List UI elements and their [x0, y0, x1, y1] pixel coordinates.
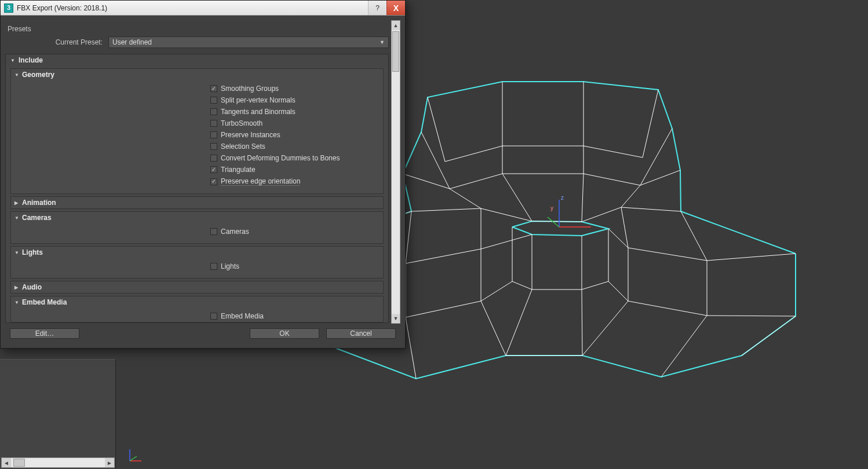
vertical-scrollbar[interactable]: ▲ ▼ — [391, 20, 400, 324]
subsection-geometry: ▼ Geometry Smoothing GroupsSplit per-ver… — [10, 68, 384, 194]
svg-line-5 — [640, 129, 672, 185]
disclosure-down-icon: ▼ — [14, 300, 19, 305]
geometry-checkbox[interactable] — [210, 97, 217, 104]
disclosure-down-icon: ▼ — [14, 72, 19, 78]
close-button[interactable]: X — [386, 1, 405, 15]
geometry-option-label: TurboSmooth — [221, 119, 262, 127]
subsection-animation-header[interactable]: ▶ Animation — [11, 197, 383, 208]
titlebar[interactable]: 3 FBX Export (Version: 2018.1) ? X — [1, 1, 405, 16]
scroll-thumb[interactable] — [392, 31, 399, 72]
svg-line-9 — [582, 174, 583, 222]
geometry-checkbox[interactable] — [210, 108, 217, 115]
subsection-cameras: ▼ Cameras Cameras — [10, 211, 384, 244]
geometry-option-row: Split per-vertex Normals — [13, 94, 381, 106]
svg-line-15 — [681, 211, 707, 261]
geometry-checkbox[interactable] — [210, 131, 217, 138]
subsection-lights-header[interactable]: ▼ Lights — [11, 247, 383, 258]
current-preset-dropdown[interactable]: User defined ▼ — [108, 36, 389, 48]
ok-button[interactable]: OK — [250, 328, 319, 339]
scroll-thumb[interactable] — [13, 459, 25, 467]
disclosure-down-icon: ▼ — [14, 215, 19, 221]
disclosure-right-icon: ▶ — [14, 200, 19, 206]
svg-text:y: y — [550, 205, 553, 211]
geometry-checkbox[interactable] — [210, 85, 217, 92]
disclosure-down-icon: ▼ — [10, 58, 15, 63]
window-title: FBX Export (Version: 2018.1) — [17, 4, 368, 12]
subsection-lights: ▼ Lights Lights — [10, 246, 384, 279]
disclosure-right-icon: ▶ — [14, 285, 19, 290]
geometry-option-row: Triangulate — [13, 164, 381, 175]
subsection-geometry-header[interactable]: ▼ Geometry — [11, 69, 383, 80]
geometry-option-label: Triangulate — [221, 166, 256, 174]
geometry-option-label: Selection Sets — [221, 142, 265, 151]
geometry-option-label: Convert Deforming Dummies to Bones — [221, 154, 340, 162]
svg-line-11 — [621, 185, 640, 207]
current-preset-value: User defined — [112, 38, 152, 46]
subsection-animation: ▶ Animation — [10, 196, 384, 209]
geometry-option-label: Preserve Instances — [221, 131, 280, 139]
scroll-up-arrow-icon[interactable]: ▲ — [392, 21, 400, 30]
geometry-option-row: Convert Deforming Dummies to Bones — [13, 152, 381, 164]
lights-label: Lights — [221, 262, 239, 270]
scroll-track[interactable] — [392, 30, 400, 314]
svg-line-8 — [502, 174, 532, 221]
timeline-panel: ◄ ► — [0, 359, 116, 469]
scroll-left-arrow-icon[interactable]: ◄ — [2, 458, 11, 467]
subsection-audio-header[interactable]: ▶ Audio — [11, 281, 383, 293]
scroll-right-arrow-icon[interactable]: ► — [105, 458, 114, 467]
geometry-option-label: Smoothing Groups — [221, 85, 279, 93]
horizontal-scrollbar[interactable]: ◄ ► — [1, 457, 115, 468]
current-preset-label: Current Preset: — [5, 38, 108, 46]
axis-gizmo-icon — [127, 446, 145, 463]
geometry-checkbox[interactable] — [210, 120, 217, 127]
embed-media-checkbox[interactable] — [210, 313, 217, 320]
svg-line-12 — [406, 211, 411, 263]
cameras-checkbox[interactable] — [210, 228, 217, 235]
geometry-option-row: Preserve edge orientation — [13, 175, 381, 188]
svg-line-28 — [130, 456, 137, 461]
app-icon: 3 — [4, 3, 13, 13]
fbx-export-dialog: 3 FBX Export (Version: 2018.1) ? X Prese… — [0, 0, 406, 349]
geometry-checkbox[interactable] — [210, 143, 217, 150]
disclosure-down-icon: ▼ — [14, 250, 19, 255]
svg-text:z: z — [561, 195, 564, 201]
geometry-option-label: Tangents and Binormals — [221, 108, 296, 116]
chevron-down-icon: ▼ — [380, 39, 385, 45]
section-include-header[interactable]: ▼ Include — [6, 54, 388, 66]
lights-checkbox[interactable] — [210, 263, 217, 270]
subsection-cameras-header[interactable]: ▼ Cameras — [11, 212, 383, 223]
geometry-option-row: Tangents and Binormals — [13, 106, 381, 118]
subsection-embed-header[interactable]: ▼ Embed Media — [11, 296, 383, 308]
subsection-embed-media: ▼ Embed Media Embed Media — [10, 296, 384, 323]
geometry-option-row: TurboSmooth — [13, 118, 381, 129]
embed-media-label: Embed Media — [221, 312, 264, 320]
help-button[interactable]: ? — [368, 1, 386, 15]
geometry-checkbox[interactable] — [210, 178, 217, 185]
edit-button[interactable]: Edit… — [10, 328, 79, 339]
presets-heading: Presets — [5, 20, 389, 34]
geometry-checkbox[interactable] — [210, 166, 217, 173]
section-include: ▼ Include ▼ Geometry Smoothing GroupsSpl… — [5, 54, 389, 323]
svg-line-2 — [428, 97, 445, 162]
svg-line-4 — [421, 132, 450, 189]
svg-line-10 — [450, 189, 481, 208]
geometry-option-row: Preserve Instances — [13, 129, 381, 141]
svg-line-3 — [643, 90, 658, 157]
cameras-label: Cameras — [221, 228, 249, 236]
geometry-option-row: Smoothing Groups — [13, 83, 381, 94]
scroll-down-arrow-icon[interactable]: ▼ — [392, 314, 400, 323]
geometry-option-label: Preserve edge orientation — [221, 177, 300, 186]
geometry-option-row: Selection Sets — [13, 141, 381, 152]
geometry-checkbox[interactable] — [210, 155, 217, 162]
cancel-button[interactable]: Cancel — [326, 328, 396, 339]
subsection-audio: ▶ Audio — [10, 281, 384, 294]
geometry-option-label: Split per-vertex Normals — [221, 96, 296, 104]
